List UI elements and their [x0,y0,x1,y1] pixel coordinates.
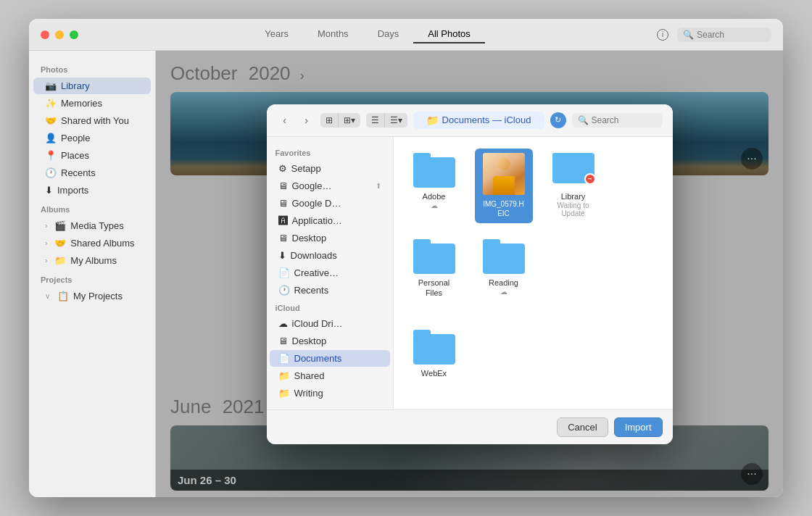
file-item-img[interactable]: IMG_0579.HEIC [475,149,533,223]
sidebar-item-places[interactable]: 📍 Places [33,147,151,164]
ds-item-shared[interactable]: 📁 Shared [270,367,390,384]
shared-albums-icon: 🤝 [54,238,66,249]
desktop-icloud-icon: 🖥 [278,336,288,346]
sidebar-item-memories[interactable]: ✨ Memories [33,95,151,112]
file-item-adobe[interactable]: Adobe ☁ [405,149,463,223]
personal-folder-shape [413,239,455,274]
dialog-files: Adobe ☁ [394,137,673,409]
photos-content: October 2020 › ··· ‹ › ⊞ [156,51,783,497]
sidebar-item-my-albums[interactable]: › 📁 My Albums [33,252,151,269]
import-button[interactable]: Import [614,417,663,437]
tab-months[interactable]: Months [303,25,363,43]
documents-icon: 📄 [278,353,290,364]
ds-item-google-d2[interactable]: 🖥 Google D… [270,195,390,212]
location-pill[interactable]: 📁 Documents — iCloud [413,112,544,129]
ds-item-icloud-drive[interactable]: ☁ iCloud Dri… [270,315,390,332]
minimize-button[interactable] [55,30,64,39]
ds-item-downloads[interactable]: ⬇ Downloads [270,247,390,264]
sidebar: Photos 📷 Library ✨ Memories 🤝 Shared wit… [29,51,156,497]
file-item-library[interactable]: – Library Waiting to Update [544,149,602,223]
list-view-button[interactable]: ☰ [366,113,384,128]
ds-icloud-label: iCloud [267,299,393,315]
forward-button[interactable]: › [299,112,315,128]
search-icon: 🔍 [683,30,694,40]
dialog-search-icon: 🔍 [578,115,589,125]
sidebar-section-projects: Projects [29,270,155,287]
ds-item-documents[interactable]: 📄 Documents [270,350,390,367]
list-view-group: ☰ ☰▾ [366,113,407,128]
dialog-search[interactable]: 🔍 [572,113,663,128]
places-icon: 📍 [45,150,57,161]
ds-item-creative[interactable]: 📄 Creative… [270,265,390,281]
list-view-button2[interactable]: ☰▾ [384,113,407,128]
main-content: Photos 📷 Library ✨ Memories 🤝 Shared wit… [29,51,783,497]
memories-icon: ✨ [45,98,57,109]
my-albums-arrow: › [45,257,47,265]
ds-item-google-drive[interactable]: 🖥 Google… ⬆ [270,178,390,194]
dialog-overlay: ‹ › ⊞ ⊞▾ ☰ ☰▾ 📁 Documents — iCloud [156,51,783,497]
desktop-fav-icon: 🖥 [278,233,288,244]
person-head [497,157,510,170]
file-item-personal[interactable]: Personal Files [405,235,463,303]
tab-days[interactable]: Days [363,25,414,43]
info-icon[interactable]: i [657,29,668,41]
webex-folder-shape [413,330,455,365]
person-body [493,176,515,195]
ds-item-setapp[interactable]: ⚙ Setapp [270,160,390,177]
cancel-button[interactable]: Cancel [557,417,608,437]
tab-years[interactable]: Years [250,25,303,43]
grid-view-button2[interactable]: ⊞▾ [338,113,360,128]
icloud-drive-icon: ☁ [278,318,288,329]
google-badge: ⬆ [376,182,381,190]
search-input[interactable] [697,30,766,40]
sidebar-section-albums: Albums [29,199,155,217]
my-projects-arrow: ∨ [45,292,50,300]
file-item-reading[interactable]: Reading ☁ [475,235,533,303]
maximize-button[interactable] [70,30,78,39]
reading-cloud: ☁ [500,288,508,296]
file-item-webex[interactable]: WebEx [405,325,463,383]
personal-label: Personal Files [410,278,459,299]
ds-item-recents-fav[interactable]: 🕐 Recents [270,282,390,299]
sidebar-item-library[interactable]: 📷 Library [33,78,151,94]
close-button[interactable] [41,30,49,39]
dialog-search-input[interactable] [592,115,657,125]
title-bar-right: i 🔍 [657,28,771,42]
google-drive-icon: 🖥 [278,180,288,191]
sidebar-item-recents[interactable]: 🕐 Recents [33,165,151,181]
library-folder-shape: – [552,153,594,188]
reading-label: Reading [489,278,518,288]
ds-item-writing[interactable]: 📁 Writing [270,385,390,401]
sidebar-item-imports[interactable]: ⬇ Imports [33,182,151,199]
sync-button[interactable]: ↻ [550,112,566,128]
creative-icon: 📄 [278,267,290,278]
sidebar-item-shared-with-you[interactable]: 🤝 Shared with You [33,112,151,129]
dialog-footer: Cancel Import [267,409,673,444]
media-types-arrow: › [45,222,47,230]
search-bar[interactable]: 🔍 [677,28,771,42]
sidebar-item-media-types[interactable]: › 🎬 Media Types [33,217,151,234]
ds-item-applications[interactable]: 🅰 Applicatio… [270,212,390,229]
library-icon: 📷 [45,80,57,91]
reading-folder-shape [483,239,525,274]
sidebar-item-shared-albums[interactable]: › 🤝 Shared Albums [33,235,151,251]
sidebar-item-people[interactable]: 👤 People [33,130,151,146]
downloads-fav-icon: ⬇ [278,250,286,261]
my-albums-icon: 📁 [54,255,66,266]
grid-view-button[interactable]: ⊞ [320,113,338,128]
google-d2-icon: 🖥 [278,198,288,209]
sidebar-item-my-projects[interactable]: ∨ 📋 My Projects [33,288,151,304]
ds-item-desktop[interactable]: 🖥 Desktop [270,230,390,246]
imports-icon: ⬇ [45,185,53,196]
back-button[interactable]: ‹ [277,112,293,128]
title-bar: Years Months Days All Photos i 🔍 [29,19,783,51]
recents-icon: 🕐 [45,167,57,178]
shared-albums-arrow: › [45,239,47,247]
folder-body [413,157,455,188]
ds-item-desktop-icloud[interactable]: 🖥 Desktop [270,333,390,349]
tab-all-photos[interactable]: All Photos [413,25,485,43]
recents-fav-icon: 🕐 [278,285,290,296]
mac-window: Years Months Days All Photos i 🔍 Photos … [29,19,783,497]
shared-icon: 📁 [278,370,290,381]
ds-favorites-label: Favorites [267,144,393,159]
